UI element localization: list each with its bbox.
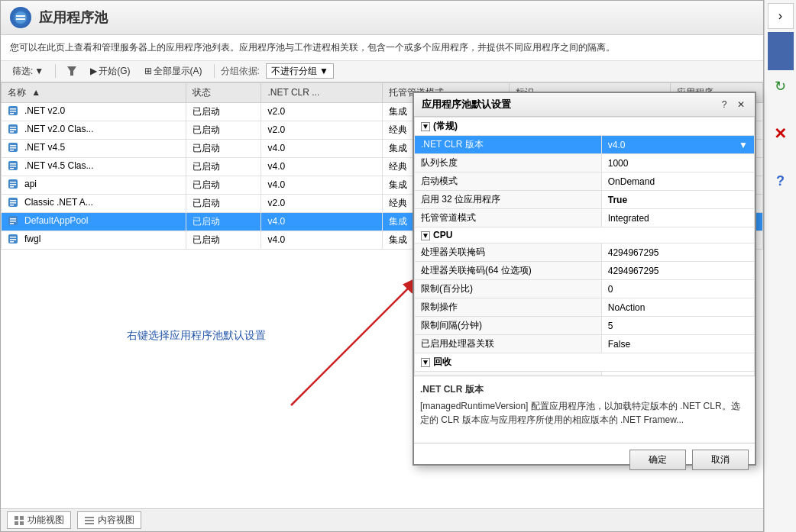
content-view-button[interactable]: 内容视图 <box>77 511 141 529</box>
prop-value-cell: False <box>601 335 754 353</box>
prop-name-cell: 托管管道模式 <box>415 209 602 227</box>
dialog-help-button[interactable]: ? <box>718 98 730 111</box>
prop-row[interactable]: .NET CLR 版本v4.0▼ <box>415 136 755 154</box>
prop-row[interactable]: 启用 32 位应用程序True <box>415 191 755 209</box>
prop-row[interactable]: 启动模式OnDemand <box>415 172 755 191</box>
cell-clr: v4.0 <box>261 231 382 249</box>
prop-group-header[interactable]: ▼回收 <box>415 353 755 372</box>
col-status[interactable]: 状态 <box>186 82 261 102</box>
cell-name: api <box>2 176 186 194</box>
sidebar-red-x-icon[interactable]: ✕ <box>768 121 794 147</box>
start-button[interactable]: ▶ 开始(G) <box>85 63 135 80</box>
filter-button[interactable]: 筛选: ▼ <box>7 63 49 80</box>
prop-name-cell: 处理器关联掩码 <box>415 243 602 262</box>
prop-name-cell: 已启用处理器关联 <box>415 335 602 353</box>
prop-group-header[interactable]: ▼(常规) <box>415 118 755 136</box>
dropdown-arrow: ▼ <box>34 66 44 76</box>
prop-row[interactable]: 处理器关联掩码(64 位选项)4294967295 <box>415 262 755 280</box>
cell-status: 已启动 <box>186 121 261 139</box>
prop-row[interactable]: 队列长度1000 <box>415 154 755 172</box>
prop-value-cell: v4.0▼ <box>601 136 754 154</box>
cell-clr: v2.0 <box>261 102 382 121</box>
cell-clr: v4.0 <box>261 139 382 157</box>
prop-row[interactable]: 托管管道模式Integrated <box>415 209 755 227</box>
svg-rect-7 <box>10 113 14 114</box>
prop-row[interactable]: 限制(百分比)0 <box>415 280 755 298</box>
desc-text: [managedRuntimeVersion] 配置应用程序池，以加载特定版本的… <box>420 399 749 427</box>
prop-value-cell: NoAction <box>601 298 754 317</box>
svg-rect-1 <box>16 15 25 17</box>
svg-rect-9 <box>10 127 16 128</box>
sidebar-refresh-icon[interactable]: ↻ <box>768 73 794 99</box>
show-all-button[interactable]: ⊞ 全部显示(A) <box>139 63 208 80</box>
svg-rect-22 <box>10 184 16 185</box>
svg-rect-30 <box>10 221 16 222</box>
dropdown-arrow[interactable]: ▼ <box>739 140 748 150</box>
svg-marker-3 <box>67 66 76 76</box>
properties-panel[interactable]: ▼(常规).NET CLR 版本v4.0▼队列长度1000启动模式OnDeman… <box>414 117 755 376</box>
group-value: 不进行分组 <box>271 65 317 78</box>
cell-name: .NET v2.0 <box>2 102 186 121</box>
col-clr[interactable]: .NET CLR ... <box>261 82 382 102</box>
svg-rect-27 <box>10 205 14 206</box>
prop-row[interactable]: 限制操作NoAction <box>415 298 755 317</box>
cell-status: 已启动 <box>186 139 261 157</box>
svg-rect-10 <box>10 129 16 131</box>
svg-rect-2 <box>16 18 25 20</box>
svg-rect-13 <box>10 145 16 147</box>
svg-rect-15 <box>10 150 14 151</box>
ok-button[interactable]: 确定 <box>629 450 686 470</box>
prop-value-cell: 0 <box>601 280 754 298</box>
prop-name-cell: 启用 32 位应用程序 <box>415 191 602 209</box>
prop-row[interactable]: 已启用处理器关联False <box>415 335 755 353</box>
sidebar-arrow-btn[interactable]: › <box>768 3 794 29</box>
dialog-controls: ? ✕ <box>718 98 747 111</box>
svg-rect-23 <box>10 186 14 188</box>
sidebar-section-1[interactable] <box>768 32 794 70</box>
dialog-title: 应用程序池默认设置 <box>422 98 511 111</box>
cell-status: 已启动 <box>186 231 261 249</box>
content-view-label: 内容视图 <box>98 514 134 527</box>
svg-rect-11 <box>10 131 14 133</box>
svg-rect-42 <box>85 517 94 518</box>
prop-name-cell: .NET CLR 版本 <box>415 136 602 154</box>
svg-rect-26 <box>10 202 16 204</box>
dialog-close-button[interactable]: ✕ <box>735 98 747 111</box>
prop-row[interactable]: 限制间隔(分钟)5 <box>415 317 755 335</box>
col-name[interactable]: 名称 ▲ <box>2 82 186 102</box>
prop-name-cell: 启动模式 <box>415 172 602 191</box>
svg-rect-6 <box>10 111 16 112</box>
cell-clr: v4.0 <box>261 176 382 194</box>
prop-value-cell: 4294967295 <box>601 243 754 262</box>
dialog-footer: 确定 取消 <box>414 443 755 476</box>
cell-name: fwgl <box>2 231 186 249</box>
prop-group-header[interactable]: ▼CPU <box>415 227 755 243</box>
toolbar-separator-2 <box>214 64 215 78</box>
dropdown-arrow-icon: ▼ <box>319 66 328 76</box>
status-bar: 功能视图 内容视图 <box>1 508 763 531</box>
funnel-icon <box>67 66 76 76</box>
svg-rect-39 <box>20 516 24 520</box>
function-view-button[interactable]: 功能视图 <box>7 511 71 529</box>
expand-icon[interactable]: ▼ <box>421 358 430 367</box>
svg-rect-44 <box>85 523 94 524</box>
prop-name-cell: 限制间隔(分钟) <box>415 317 602 335</box>
dialog-description: .NET CLR 版本 [managedRuntimeVersion] 配置应用… <box>414 376 755 443</box>
dialog-header: 应用程序池默认设置 ? ✕ <box>414 93 755 117</box>
group-dropdown[interactable]: 不进行分组 ▼ <box>266 63 334 79</box>
svg-rect-19 <box>10 168 14 169</box>
prop-row[interactable]: 处理器关联掩码4294967295 <box>415 243 755 262</box>
sidebar-help-icon[interactable]: ? <box>768 168 794 194</box>
svg-point-0 <box>15 11 27 24</box>
expand-icon[interactable]: ▼ <box>421 122 430 131</box>
cell-status: 已启动 <box>186 157 261 176</box>
show-all-icon: ⊞ <box>144 66 152 76</box>
cancel-button[interactable]: 取消 <box>692 450 749 470</box>
group-label: 分组依据: <box>221 65 260 78</box>
svg-rect-25 <box>10 200 16 202</box>
svg-rect-29 <box>10 218 16 220</box>
expand-icon[interactable]: ▼ <box>421 231 430 240</box>
prop-name-cell: 处理器关联掩码(64 位选项) <box>415 262 602 280</box>
filter-icon[interactable] <box>62 64 82 78</box>
content-view-icon <box>84 515 95 526</box>
